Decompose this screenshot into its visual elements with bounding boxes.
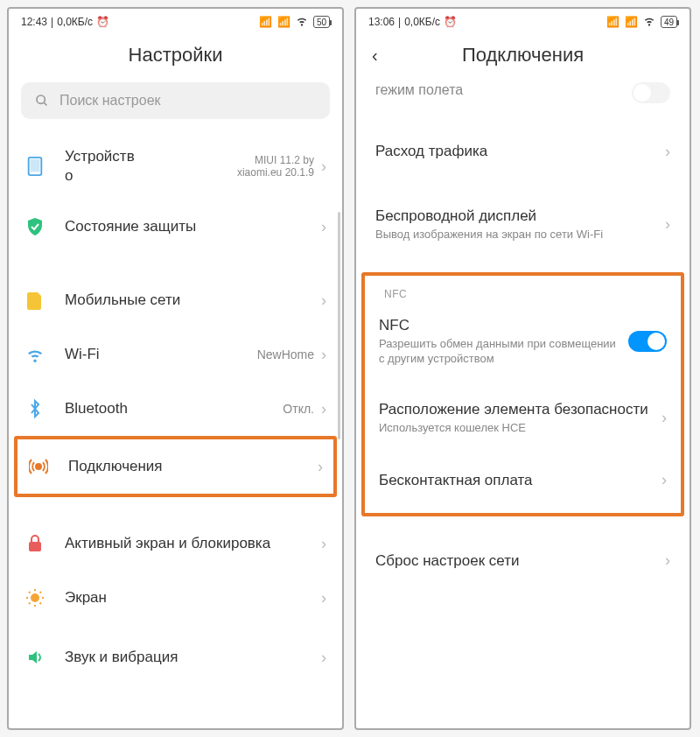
chevron-right-icon: ›	[321, 218, 326, 236]
chevron-right-icon: ›	[321, 346, 326, 364]
item-value: NewHome	[257, 347, 314, 361]
svg-line-1	[44, 102, 46, 105]
chevron-right-icon: ›	[321, 158, 326, 176]
item-label: Экран	[65, 588, 321, 607]
svg-line-11	[29, 592, 31, 593]
battery-icon: 49	[661, 16, 677, 28]
chevron-right-icon: ›	[321, 649, 326, 667]
phone-left-settings: 12:43 | 0,0КБ/с ⏰ 📶 📶 50 Настройки Поиск…	[7, 7, 344, 730]
item-wifi[interactable]: Wi-Fi NewHome ›	[9, 327, 342, 382]
chevron-right-icon: ›	[321, 400, 326, 418]
settings-list: Устройство MIUI 11.2 byxiaomi.eu 20.1.9 …	[9, 133, 342, 728]
item-reset[interactable]: Сброс настроек сети ›	[356, 536, 690, 586]
alarm-icon: ⏰	[444, 16, 457, 28]
item-wireless-display[interactable]: Беспроводной дисплей Вывод изображения н…	[356, 196, 690, 253]
svg-rect-3	[31, 159, 40, 172]
item-label: Бесконтактная оплата	[379, 471, 662, 490]
chevron-right-icon: ›	[321, 291, 326, 310]
item-bluetooth[interactable]: Bluetooth Откл. ›	[9, 382, 342, 436]
alarm-icon: ⏰	[96, 16, 109, 28]
item-label: Подключения	[68, 457, 318, 476]
chevron-right-icon: ›	[665, 551, 670, 570]
item-sub: Разрешить обмен данными при совмещении с…	[379, 337, 620, 367]
item-label: Сброс настроек сети	[375, 551, 665, 571]
item-label: Мобильные сети	[65, 291, 321, 310]
item-sub: Используется кошелек HCE	[379, 421, 662, 436]
svg-line-14	[40, 592, 42, 593]
signal-icon: 📶	[606, 16, 620, 28]
item-label: Активный экран и блокировка	[65, 534, 321, 553]
chevron-right-icon: ›	[321, 535, 326, 553]
item-connections[interactable]: Подключения ›	[18, 439, 333, 494]
toggle-airplane[interactable]	[632, 82, 670, 103]
item-label: Беспроводной дисплей	[375, 207, 665, 226]
item-nfc[interactable]: NFC Разрешить обмен данными при совмещен…	[365, 305, 681, 377]
item-label: Устройство	[65, 147, 237, 186]
item-label: NFC	[379, 316, 620, 335]
chevron-right-icon: ›	[318, 458, 323, 476]
chevron-right-icon: ›	[662, 409, 667, 427]
item-traffic[interactable]: Расход трафика ›	[356, 126, 690, 177]
item-secure-element[interactable]: Расположение элемента безопасности Испол…	[365, 390, 681, 446]
signal-icon: 📶	[277, 16, 290, 28]
item-value: MIUI 11.2 byxiaomi.eu 20.1.9	[237, 154, 314, 179]
search-icon	[35, 94, 49, 108]
wifi-icon	[24, 344, 46, 365]
svg-point-6	[31, 593, 39, 602]
signal-icon: 📶	[625, 16, 638, 28]
item-label: Расположение элемента безопасности	[379, 400, 662, 419]
status-time: 12:43	[21, 16, 47, 28]
item-display[interactable]: Экран ›	[9, 571, 342, 625]
scrollbar[interactable]	[338, 212, 340, 439]
status-speed: 0,0КБ/с	[404, 16, 440, 28]
lock-icon	[24, 533, 46, 554]
item-sound[interactable]: Звук и вибрация ›	[9, 625, 342, 679]
svg-point-4	[36, 464, 41, 469]
svg-point-0	[37, 95, 45, 103]
search-placeholder: Поиск настроек	[60, 93, 161, 109]
wifi-icon	[643, 16, 655, 28]
signal-icon: 📶	[259, 16, 272, 28]
item-sub: Вывод изображения на экран по сети Wi-Fi	[375, 228, 665, 242]
item-label: Bluetooth	[65, 399, 283, 418]
item-label: Состояние защиты	[65, 217, 321, 236]
toggle-nfc[interactable]	[628, 331, 667, 352]
item-value: Откл.	[283, 402, 314, 416]
item-contactless[interactable]: Бесконтактная оплата ›	[365, 455, 681, 506]
item-label: Звук и вибрация	[65, 648, 321, 667]
status-bar: 12:43 | 0,0КБ/с ⏰ 📶 📶 50	[9, 9, 342, 32]
chevron-right-icon: ›	[662, 471, 667, 489]
item-security[interactable]: Состояние защиты ›	[9, 200, 342, 254]
battery-icon: 50	[313, 16, 330, 28]
brightness-icon	[24, 587, 46, 608]
shield-icon	[24, 216, 46, 237]
status-bar: 13:06 | 0,0КБ/с ⏰ 📶 📶 49	[356, 9, 690, 32]
connections-icon	[28, 456, 49, 477]
partial-airplane-mode: гежим полета	[356, 82, 690, 107]
page-title: Подключения	[393, 44, 653, 67]
status-time: 13:06	[368, 16, 395, 28]
chevron-right-icon: ›	[665, 143, 670, 161]
item-label: Wi-Fi	[65, 345, 257, 364]
item-sim[interactable]: Мобильные сети ›	[9, 273, 342, 327]
phone-icon	[24, 156, 46, 177]
title-row: ‹ Подключения	[356, 32, 690, 82]
sim-icon	[24, 290, 46, 311]
bluetooth-icon	[24, 398, 46, 419]
search-input[interactable]: Поиск настроек	[21, 82, 330, 119]
item-device[interactable]: Устройство MIUI 11.2 byxiaomi.eu 20.1.9 …	[9, 133, 342, 200]
back-button[interactable]: ‹	[372, 46, 393, 66]
wifi-icon	[296, 16, 308, 28]
svg-line-13	[29, 603, 31, 605]
highlight-nfc-block: NFC NFC Разрешить обмен данными при совм…	[361, 272, 684, 516]
section-header-nfc: NFC	[365, 283, 681, 305]
highlight-connections: Подключения ›	[14, 436, 337, 497]
svg-rect-5	[29, 542, 41, 551]
sound-icon	[24, 647, 46, 668]
item-lock[interactable]: Активный экран и блокировка ›	[9, 516, 342, 571]
status-speed: 0,0КБ/с	[57, 16, 93, 28]
item-label: Расход трафика	[375, 142, 665, 161]
svg-line-12	[40, 603, 42, 605]
connections-list: гежим полета Расход трафика › Беспроводн…	[356, 82, 690, 728]
page-title: Настройки	[9, 32, 342, 82]
